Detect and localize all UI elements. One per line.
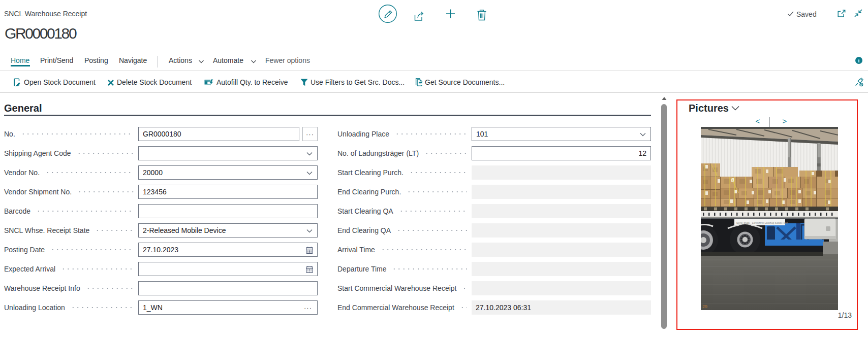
svg-text:29: 29 [702, 304, 707, 309]
svg-text:i: i [858, 58, 860, 63]
svg-text:Serie-truck - Lizenzfrei Lastz: Serie-truck - Lizenzfrei Lastzug Stock-F… [736, 221, 788, 224]
